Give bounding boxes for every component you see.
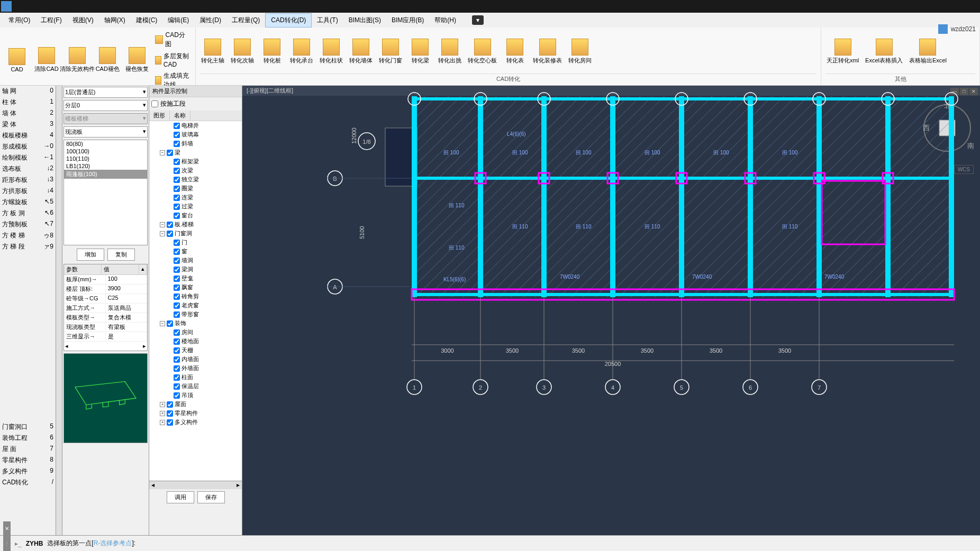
tree-expander[interactable]: + <box>160 411 165 416</box>
btn-conv-door[interactable]: 转化门窗 <box>378 38 403 66</box>
tree-node[interactable]: +屋面 <box>149 400 242 409</box>
btn-conv-cantilever[interactable]: 转化出挑 <box>437 38 462 66</box>
tree-expander[interactable]: − <box>160 150 165 155</box>
category-item[interactable]: CAD转化/ <box>0 477 56 488</box>
sublayer-dropdown[interactable]: 分层0▾ <box>63 100 148 111</box>
tree-node[interactable]: 斜墙 <box>149 139 242 148</box>
tree-node[interactable]: 房间 <box>149 328 242 337</box>
list-item[interactable]: 100(100) <box>64 148 147 155</box>
tree-checkbox[interactable] <box>174 159 180 165</box>
tree-expander[interactable]: − <box>160 321 165 326</box>
tree-node[interactable]: −门窗洞 <box>149 229 242 238</box>
tree-node[interactable]: 楼地面 <box>149 337 242 346</box>
menu-common[interactable]: 常用(O) <box>3 14 35 27</box>
tree-node[interactable]: 窗台 <box>149 211 242 220</box>
tree-checkbox[interactable] <box>174 293 180 300</box>
tree-checkbox[interactable] <box>174 329 180 336</box>
menu-edit[interactable]: 编辑(E) <box>162 14 194 27</box>
btn-clear-cad[interactable]: 清除CAD <box>34 46 59 74</box>
menu-view[interactable]: 视图(V) <box>67 14 99 27</box>
splitter[interactable] <box>56 86 62 535</box>
tree-checkbox[interactable] <box>174 284 180 291</box>
visibility-tree[interactable]: 电梯井玻璃幕斜墙−梁框架梁次梁独立梁圈梁连梁过梁窗台−板.楼梯−门窗洞门窗墙洞梁… <box>149 121 242 481</box>
tree-node[interactable]: 柱面 <box>149 373 242 382</box>
tree-node[interactable]: 连梁 <box>149 193 242 202</box>
btn-conv-room[interactable]: 转化房间 <box>567 38 593 66</box>
tree-node[interactable]: −装饰 <box>149 319 242 328</box>
btn-conv-beam[interactable]: 转化梁 <box>407 38 433 66</box>
tree-checkbox[interactable] <box>174 374 180 381</box>
tree-checkbox[interactable] <box>174 383 180 390</box>
category-item[interactable]: 多义构件9 <box>0 466 56 477</box>
tree-checkbox[interactable] <box>174 338 180 345</box>
filter-checkbox[interactable] <box>151 100 158 107</box>
tree-expander[interactable]: + <box>160 402 165 407</box>
add-button[interactable]: 增加 <box>77 249 104 261</box>
category-item[interactable]: 方预制板↖7 <box>0 219 56 230</box>
btn-conv-main-axis[interactable]: 转化主轴 <box>200 38 225 66</box>
property-row[interactable]: 现浇板类型有梁板 <box>64 323 147 332</box>
tree-checkbox[interactable] <box>167 419 173 426</box>
category-item[interactable]: 梁 体3 <box>0 119 56 130</box>
property-row[interactable]: 模板类型→复合木模 <box>64 313 147 323</box>
tree-node[interactable]: −梁 <box>149 148 242 157</box>
type-dropdown[interactable]: 现浇板▾ <box>63 126 148 137</box>
copy-button[interactable]: 复制 <box>107 249 135 261</box>
tree-hscroll[interactable]: ◂▸ <box>149 481 242 489</box>
btn-conv-wall[interactable]: 转化墙体 <box>348 38 374 66</box>
tree-checkbox[interactable] <box>174 276 180 282</box>
tree-checkbox[interactable] <box>174 240 180 246</box>
category-item[interactable]: 墙 体2 <box>0 108 56 119</box>
scroll-left-icon[interactable]: ◂ <box>65 343 68 350</box>
tree-checkbox[interactable] <box>174 365 180 372</box>
tree-node[interactable]: 天棚 <box>149 346 242 355</box>
property-row[interactable]: 三维显示→是 <box>64 332 147 342</box>
tree-checkbox[interactable] <box>174 141 180 147</box>
list-item[interactable]: 80(80) <box>64 140 147 148</box>
tree-node[interactable]: 独立梁 <box>149 175 242 184</box>
tree-checkbox[interactable] <box>167 320 173 327</box>
tree-checkbox[interactable] <box>167 410 173 417</box>
tree-checkbox[interactable] <box>174 356 180 363</box>
tree-checkbox[interactable] <box>174 168 180 174</box>
tree-node[interactable]: 吊顶 <box>149 391 242 400</box>
btn-multi-copy-cad[interactable]: 多层复制CAD <box>154 51 191 69</box>
category-item[interactable]: 方 板 洞↖6 <box>0 208 56 219</box>
drawing-canvas[interactable]: [-][俯视][二维线框] — □ ✕ 北 南 西 WCS <box>242 86 980 535</box>
tree-node[interactable]: 窗 <box>149 247 242 256</box>
tree-node[interactable]: 电梯井 <box>149 121 242 130</box>
close-icon[interactable]: ✕ <box>969 88 978 95</box>
tree-expander[interactable]: + <box>160 420 165 425</box>
btn-conv-column[interactable]: 转化柱状 <box>319 38 344 66</box>
list-item[interactable]: LB1(120) <box>64 162 147 170</box>
tree-expander[interactable]: − <box>160 222 165 227</box>
command-line[interactable]: ✕ ⋮ ▸_ ZYHB 选择板的第一点[R-选择参考点]: <box>0 535 980 551</box>
category-item[interactable]: 门窗洞口5 <box>0 421 56 433</box>
btn-conv-hollow[interactable]: 转化空心板 <box>467 38 498 66</box>
tree-node[interactable]: −板.楼梯 <box>149 220 242 229</box>
btn-conv-pile[interactable]: 转化桩 <box>259 38 285 66</box>
category-item[interactable]: 零星构件8 <box>0 455 56 466</box>
tree-node[interactable]: +多义构件 <box>149 418 242 427</box>
tree-node[interactable]: 梁洞 <box>149 265 242 274</box>
tree-checkbox[interactable] <box>174 392 180 399</box>
scroll-right-icon[interactable]: ▸ <box>143 343 146 350</box>
tree-checkbox[interactable] <box>167 222 173 228</box>
menu-prop[interactable]: 属性(D) <box>194 14 226 27</box>
tree-checkbox[interactable] <box>174 123 180 129</box>
tree-node[interactable]: 圈梁 <box>149 184 242 193</box>
tree-node[interactable]: 飘窗 <box>149 283 242 292</box>
btn-excel-export[interactable]: 表格输出Excel <box>908 38 948 66</box>
property-row[interactable]: 楼层 顶标:3900 <box>64 284 147 294</box>
tree-node[interactable]: 保温层 <box>149 382 242 391</box>
tree-node[interactable]: 老虎窗 <box>149 301 242 310</box>
menu-project[interactable]: 工程(F) <box>35 14 67 27</box>
category-item[interactable]: 方 楼 梯ゥ8 <box>0 230 56 241</box>
tree-node[interactable]: 壁龛 <box>149 274 242 283</box>
tree-checkbox[interactable] <box>174 258 180 264</box>
btn-import-cad[interactable]: CAD <box>4 47 30 74</box>
category-item[interactable]: 模板楼梯4 <box>0 130 56 141</box>
tree-node[interactable]: 框架梁 <box>149 157 242 166</box>
menu-qty[interactable]: 工程量(Q) <box>226 14 265 27</box>
tree-node[interactable]: 门 <box>149 238 242 247</box>
